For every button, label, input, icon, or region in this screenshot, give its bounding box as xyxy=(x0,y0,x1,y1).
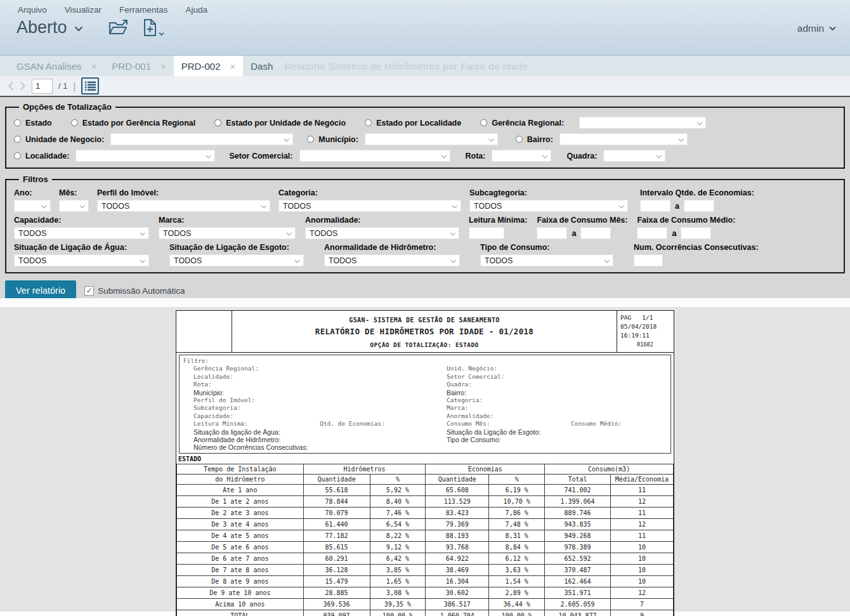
radio-estado-localidade[interactable]: Estado por Localidade xyxy=(365,119,461,128)
table-row: De 6 ate 7 anos60.2916,42 %64.9226,12 %6… xyxy=(177,553,674,564)
filter-summary-left-column: Filtro: Gerência Regional: Localidade: R… xyxy=(183,357,447,452)
radio-label: Bairro: xyxy=(527,135,553,144)
ano-label: Ano: xyxy=(14,188,51,197)
situacao-agua-select[interactable]: TODOS xyxy=(14,254,149,266)
prev-page-button[interactable] xyxy=(8,81,14,91)
ano-select[interactable] xyxy=(14,200,51,212)
localidade-select[interactable] xyxy=(75,150,215,162)
radio-municipio[interactable]: Município: xyxy=(307,135,358,144)
close-icon[interactable]: × xyxy=(230,62,235,71)
next-page-button[interactable] xyxy=(20,81,26,91)
tab-dash[interactable]: Dash xyxy=(243,56,280,76)
new-document-button[interactable] xyxy=(143,19,164,36)
cell: De 6 ate 7 anos xyxy=(177,553,304,564)
filter-line: Município: xyxy=(183,389,447,396)
radio-label: Estado por Localidade xyxy=(376,119,461,128)
cell: 7 xyxy=(610,598,673,610)
cell: Quantidade xyxy=(426,474,489,484)
page-list-button[interactable] xyxy=(81,77,99,95)
cell: 7,46 % xyxy=(370,507,426,518)
close-icon[interactable]: × xyxy=(91,62,97,71)
situacao-esgoto-select[interactable]: TODOS xyxy=(169,254,304,266)
radio-label: Estado por Gerência Regional xyxy=(82,119,196,128)
cell: 70.079 xyxy=(303,507,370,518)
cell: 6,42 % xyxy=(370,553,426,564)
categoria-select[interactable]: TODOS xyxy=(278,200,461,212)
menu-arquivo[interactable]: Arquivo xyxy=(18,5,47,15)
cell: Ate 1 ano xyxy=(177,484,304,495)
perfil-imovel-select[interactable]: TODOS xyxy=(97,200,270,212)
filtros-row-2: Capacidade:TODOS Marca:TODOS Anormalidad… xyxy=(14,216,836,239)
cell: 386.517 xyxy=(426,598,489,610)
radio-estado-gerencia[interactable]: Estado por Gerência Regional xyxy=(71,119,196,128)
capacidade-label: Capacidade: xyxy=(14,216,149,225)
tipo-consumo-label: Tipo de Consumo: xyxy=(480,243,613,252)
chevron-down-icon xyxy=(604,258,609,263)
tab-gsan-analises[interactable]: GSAN Analises × xyxy=(9,56,104,76)
tab-prd-002[interactable]: PRD-002 × xyxy=(174,56,243,76)
menu-ferramentas[interactable]: Ferramentas xyxy=(119,5,168,15)
radio-icon xyxy=(71,119,78,126)
filter-line: Capacidade: xyxy=(183,412,447,420)
economias-de-input[interactable] xyxy=(640,200,670,212)
cell: % xyxy=(370,474,426,484)
consumo-mes-ate-input[interactable] xyxy=(580,227,611,239)
rota-select[interactable] xyxy=(492,150,551,162)
setor-comercial-select[interactable] xyxy=(299,150,450,162)
leitura-minima-input[interactable] xyxy=(469,227,504,239)
subcategoria-select[interactable]: TODOS xyxy=(469,200,628,212)
economias-ate-input[interactable] xyxy=(684,200,714,212)
submissao-automatica-checkbox[interactable]: ✓ Submissão Automática xyxy=(84,286,185,296)
mes-select[interactable] xyxy=(59,200,89,212)
filter-line: Marca: xyxy=(447,404,667,412)
user-menu[interactable]: admin xyxy=(797,23,836,34)
num-ocorrencias-input[interactable] xyxy=(634,254,663,266)
marca-select[interactable]: TODOS xyxy=(159,227,296,239)
chevron-down-icon xyxy=(678,136,683,141)
consumo-mes-de-input[interactable] xyxy=(537,227,567,239)
radio-localidade[interactable]: Localidade: xyxy=(14,152,69,161)
radio-gerencia-regional[interactable]: Gerência Regional: xyxy=(480,119,564,128)
radio-bairro[interactable]: Bairro: xyxy=(516,135,553,144)
range-separator: a xyxy=(672,229,676,238)
cell: 2,89 % xyxy=(489,587,545,598)
close-icon[interactable]: × xyxy=(160,62,166,71)
radio-unidade-negocio[interactable]: Unidade de Negocio: xyxy=(14,135,104,144)
cell: Média/Economia xyxy=(610,474,673,484)
page-number-input[interactable] xyxy=(32,79,53,94)
consumo-medio-de-input[interactable] xyxy=(637,227,667,239)
consumo-medio-ate-input[interactable] xyxy=(681,227,711,239)
menu-visualizar[interactable]: Visualizar xyxy=(65,5,101,15)
menu-ajuda[interactable]: Ajuda xyxy=(186,5,208,15)
municipio-select[interactable] xyxy=(365,133,498,145)
filter-label: Consumo Médio: xyxy=(571,420,622,428)
cell: 2.605.059 xyxy=(545,598,611,610)
open-dropdown[interactable]: Aberto xyxy=(16,18,83,37)
situacao-agua-label: Situação de Ligação de Água: xyxy=(14,243,149,252)
table-row: De 2 ate 3 anos70.0797,46 %83.4237,86 %8… xyxy=(177,507,674,518)
table-row: De 4 ate 5 anos77.1828,22 %88.1938,31 %9… xyxy=(177,530,674,541)
menu-bar: Arquivo Visualizar Ferramentas Ajuda xyxy=(0,0,850,15)
unidade-negocio-select[interactable] xyxy=(110,133,293,145)
cell: Economias xyxy=(426,464,545,474)
filter-label: Leitura Mínima: xyxy=(193,420,248,427)
cell: 8,22 % xyxy=(370,530,426,541)
tab-prd-001[interactable]: PRD-001 × xyxy=(104,56,173,76)
totalizacao-legend: Opções de Totalização xyxy=(19,102,115,112)
select-value: TODOS xyxy=(485,256,513,265)
anormalidade-select[interactable]: TODOS xyxy=(305,227,459,239)
bairro-select[interactable] xyxy=(559,133,688,145)
cell: 28.885 xyxy=(303,587,370,598)
radio-estado-unidade[interactable]: Estado por Unidade de Negócio xyxy=(214,119,346,128)
cell: 11 xyxy=(610,484,673,495)
open-folder-button[interactable] xyxy=(108,20,128,36)
gerencia-regional-select[interactable] xyxy=(579,117,706,129)
capacidade-select[interactable]: TODOS xyxy=(14,227,149,239)
cell: 93.768 xyxy=(426,541,489,553)
radio-estado[interactable]: Estado xyxy=(14,119,52,128)
radio-icon xyxy=(480,119,487,126)
tipo-consumo-select[interactable]: TODOS xyxy=(480,254,613,266)
quadra-select[interactable] xyxy=(603,150,665,162)
ver-relatorio-button[interactable]: Ver relatório xyxy=(5,280,76,298)
anormalidade-hidrometro-select[interactable]: TODOS xyxy=(324,254,460,266)
